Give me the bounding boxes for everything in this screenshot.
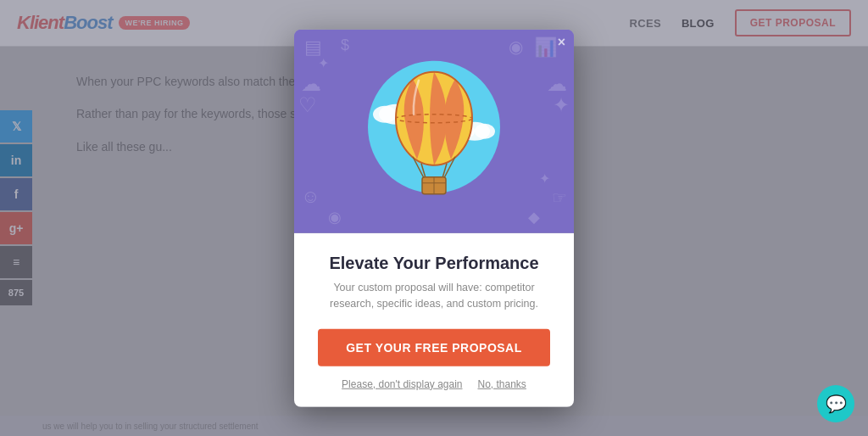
modal-purple-section: ▤ $ ◉ 📊 ☁ ☁ ☺ ☞ ◉ ◆ ✦ ✦ ♡ ✦ × [294, 30, 574, 233]
chat-widget-button[interactable]: 💬 [817, 385, 854, 422]
no-display-link[interactable]: Please, don't display again [342, 377, 462, 389]
svg-point-6 [475, 124, 495, 139]
deco-dollar-icon: $ [341, 36, 349, 54]
deco-cross2-icon: ✦ [539, 170, 550, 187]
deco-cross-icon: ✦ [318, 55, 329, 71]
deco-graph-icon: 📊 [534, 36, 557, 59]
deco-smile-icon: ☺ [301, 186, 320, 208]
chat-icon: 💬 [826, 394, 847, 414]
modal-links: Please, don't display again No, thanks [318, 377, 550, 389]
deco-cloud-left-icon: ☁ [301, 72, 321, 96]
deco-cursor-icon: ☞ [552, 187, 567, 208]
balloon-illustration [349, 47, 519, 216]
modal: ▤ $ ◉ 📊 ☁ ☁ ☺ ☞ ◉ ◆ ✦ ✦ ♡ ✦ × [294, 30, 574, 407]
modal-subtitle: Your custom proposal will have: competit… [318, 280, 550, 312]
deco-diamond-icon: ◆ [528, 208, 540, 226]
svg-point-2 [373, 106, 397, 123]
deco-star-icon: ✦ [553, 93, 570, 117]
no-thanks-link[interactable]: No, thanks [478, 377, 526, 389]
modal-close-button[interactable]: × [558, 35, 565, 50]
modal-body: Elevate Your Performance Your custom pro… [294, 233, 574, 407]
deco-heart-icon: ♡ [298, 93, 317, 117]
modal-title: Elevate Your Performance [318, 254, 550, 273]
deco-cloud-right-icon: ☁ [547, 72, 567, 96]
deco-eye2-icon: ◉ [328, 208, 342, 226]
cta-button[interactable]: GET YOUR FREE PROPOSAL [318, 328, 550, 366]
